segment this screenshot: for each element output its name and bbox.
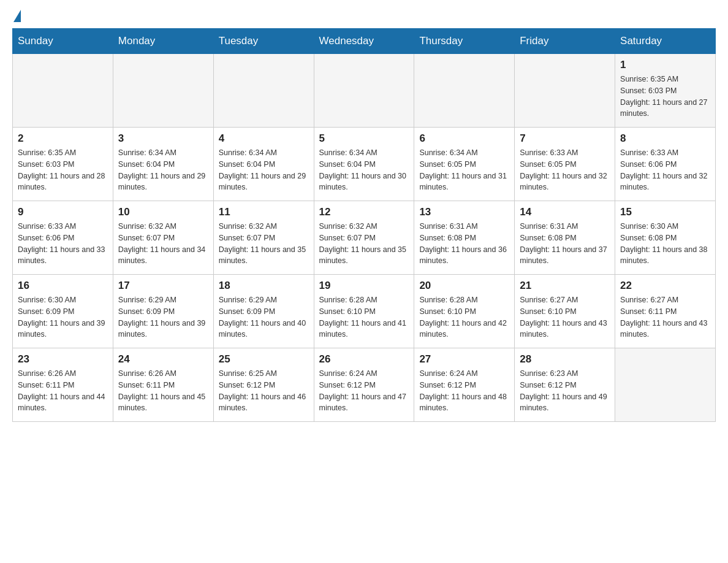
calendar-cell <box>414 54 515 128</box>
calendar-header-friday: Friday <box>515 29 615 54</box>
calendar-cell: 12Sunrise: 6:32 AMSunset: 6:07 PMDayligh… <box>314 201 414 275</box>
day-info: Sunrise: 6:33 AMSunset: 6:06 PMDaylight:… <box>18 221 108 267</box>
day-number: 16 <box>18 280 108 292</box>
calendar-cell: 22Sunrise: 6:27 AMSunset: 6:11 PMDayligh… <box>615 275 716 348</box>
day-number: 25 <box>219 353 309 366</box>
day-info: Sunrise: 6:34 AMSunset: 6:05 PMDaylight:… <box>419 147 509 193</box>
day-number: 3 <box>118 132 208 145</box>
calendar-cell: 26Sunrise: 6:24 AMSunset: 6:12 PMDayligh… <box>314 348 414 422</box>
logo-triangle-icon <box>13 10 21 22</box>
day-number: 19 <box>319 280 409 292</box>
day-number: 2 <box>18 132 108 145</box>
logo <box>12 12 21 22</box>
day-number: 20 <box>419 280 509 292</box>
day-info: Sunrise: 6:34 AMSunset: 6:04 PMDaylight:… <box>319 147 409 193</box>
day-info: Sunrise: 6:33 AMSunset: 6:06 PMDaylight:… <box>620 147 710 193</box>
day-info: Sunrise: 6:28 AMSunset: 6:10 PMDaylight:… <box>419 294 509 340</box>
day-number: 6 <box>419 132 509 145</box>
calendar-cell: 5Sunrise: 6:34 AMSunset: 6:04 PMDaylight… <box>314 128 414 201</box>
calendar-cell: 13Sunrise: 6:31 AMSunset: 6:08 PMDayligh… <box>414 201 515 275</box>
calendar-week-row: 9Sunrise: 6:33 AMSunset: 6:06 PMDaylight… <box>13 201 716 275</box>
day-info: Sunrise: 6:23 AMSunset: 6:12 PMDaylight:… <box>520 368 610 414</box>
day-info: Sunrise: 6:35 AMSunset: 6:03 PMDaylight:… <box>620 74 710 120</box>
calendar-cell: 3Sunrise: 6:34 AMSunset: 6:04 PMDaylight… <box>113 128 213 201</box>
day-info: Sunrise: 6:33 AMSunset: 6:05 PMDaylight:… <box>520 147 610 193</box>
calendar-cell <box>615 348 716 422</box>
calendar-cell <box>314 54 414 128</box>
calendar-cell: 20Sunrise: 6:28 AMSunset: 6:10 PMDayligh… <box>414 275 515 348</box>
day-info: Sunrise: 6:24 AMSunset: 6:12 PMDaylight:… <box>419 368 509 414</box>
day-info: Sunrise: 6:29 AMSunset: 6:09 PMDaylight:… <box>118 294 208 340</box>
day-number: 27 <box>419 353 509 366</box>
day-info: Sunrise: 6:27 AMSunset: 6:11 PMDaylight:… <box>620 294 710 340</box>
calendar-header-thursday: Thursday <box>414 29 515 54</box>
day-info: Sunrise: 6:27 AMSunset: 6:10 PMDaylight:… <box>520 294 610 340</box>
day-number: 1 <box>620 59 710 71</box>
day-info: Sunrise: 6:32 AMSunset: 6:07 PMDaylight:… <box>319 221 409 267</box>
day-number: 10 <box>118 206 208 218</box>
day-info: Sunrise: 6:34 AMSunset: 6:04 PMDaylight:… <box>118 147 208 193</box>
calendar-cell: 19Sunrise: 6:28 AMSunset: 6:10 PMDayligh… <box>314 275 414 348</box>
day-number: 12 <box>319 206 409 218</box>
calendar-cell: 15Sunrise: 6:30 AMSunset: 6:08 PMDayligh… <box>615 201 716 275</box>
calendar-cell: 7Sunrise: 6:33 AMSunset: 6:05 PMDaylight… <box>515 128 615 201</box>
calendar-cell: 14Sunrise: 6:31 AMSunset: 6:08 PMDayligh… <box>515 201 615 275</box>
calendar-cell <box>113 54 213 128</box>
day-info: Sunrise: 6:28 AMSunset: 6:10 PMDaylight:… <box>319 294 409 340</box>
day-info: Sunrise: 6:26 AMSunset: 6:11 PMDaylight:… <box>118 368 208 414</box>
calendar-cell: 16Sunrise: 6:30 AMSunset: 6:09 PMDayligh… <box>13 275 113 348</box>
calendar-header-row: SundayMondayTuesdayWednesdayThursdayFrid… <box>13 29 716 54</box>
day-number: 9 <box>18 206 108 218</box>
day-info: Sunrise: 6:31 AMSunset: 6:08 PMDaylight:… <box>520 221 610 267</box>
day-info: Sunrise: 6:34 AMSunset: 6:04 PMDaylight:… <box>219 147 309 193</box>
calendar-cell: 28Sunrise: 6:23 AMSunset: 6:12 PMDayligh… <box>515 348 615 422</box>
calendar-cell: 8Sunrise: 6:33 AMSunset: 6:06 PMDaylight… <box>615 128 716 201</box>
calendar-cell <box>515 54 615 128</box>
day-number: 26 <box>319 353 409 366</box>
calendar-cell <box>13 54 113 128</box>
day-number: 8 <box>620 132 710 145</box>
day-info: Sunrise: 6:25 AMSunset: 6:12 PMDaylight:… <box>219 368 309 414</box>
calendar-header-wednesday: Wednesday <box>314 29 414 54</box>
calendar-week-row: 2Sunrise: 6:35 AMSunset: 6:03 PMDaylight… <box>13 128 716 201</box>
day-number: 11 <box>219 206 309 218</box>
day-number: 7 <box>520 132 610 145</box>
page-header <box>12 12 716 22</box>
day-number: 15 <box>620 206 710 218</box>
calendar-table: SundayMondayTuesdayWednesdayThursdayFrid… <box>12 28 716 422</box>
calendar-cell: 2Sunrise: 6:35 AMSunset: 6:03 PMDaylight… <box>13 128 113 201</box>
calendar-cell: 9Sunrise: 6:33 AMSunset: 6:06 PMDaylight… <box>13 201 113 275</box>
day-info: Sunrise: 6:31 AMSunset: 6:08 PMDaylight:… <box>419 221 509 267</box>
day-number: 13 <box>419 206 509 218</box>
day-number: 24 <box>118 353 208 366</box>
calendar-week-row: 1Sunrise: 6:35 AMSunset: 6:03 PMDaylight… <box>13 54 716 128</box>
day-number: 28 <box>520 353 610 366</box>
day-number: 21 <box>520 280 610 292</box>
calendar-cell: 11Sunrise: 6:32 AMSunset: 6:07 PMDayligh… <box>213 201 314 275</box>
calendar-cell: 4Sunrise: 6:34 AMSunset: 6:04 PMDaylight… <box>213 128 314 201</box>
calendar-week-row: 23Sunrise: 6:26 AMSunset: 6:11 PMDayligh… <box>13 348 716 422</box>
calendar-cell: 6Sunrise: 6:34 AMSunset: 6:05 PMDaylight… <box>414 128 515 201</box>
day-info: Sunrise: 6:30 AMSunset: 6:09 PMDaylight:… <box>18 294 108 340</box>
calendar-cell: 27Sunrise: 6:24 AMSunset: 6:12 PMDayligh… <box>414 348 515 422</box>
day-info: Sunrise: 6:32 AMSunset: 6:07 PMDaylight:… <box>118 221 208 267</box>
calendar-header-saturday: Saturday <box>615 29 716 54</box>
calendar-cell: 18Sunrise: 6:29 AMSunset: 6:09 PMDayligh… <box>213 275 314 348</box>
day-number: 17 <box>118 280 208 292</box>
calendar-cell: 23Sunrise: 6:26 AMSunset: 6:11 PMDayligh… <box>13 348 113 422</box>
day-info: Sunrise: 6:26 AMSunset: 6:11 PMDaylight:… <box>18 368 108 414</box>
calendar-week-row: 16Sunrise: 6:30 AMSunset: 6:09 PMDayligh… <box>13 275 716 348</box>
calendar-cell: 10Sunrise: 6:32 AMSunset: 6:07 PMDayligh… <box>113 201 213 275</box>
day-info: Sunrise: 6:35 AMSunset: 6:03 PMDaylight:… <box>18 147 108 193</box>
day-number: 5 <box>319 132 409 145</box>
calendar-cell: 1Sunrise: 6:35 AMSunset: 6:03 PMDaylight… <box>615 54 716 128</box>
day-number: 4 <box>219 132 309 145</box>
calendar-header-monday: Monday <box>113 29 213 54</box>
day-number: 18 <box>219 280 309 292</box>
calendar-cell <box>213 54 314 128</box>
day-info: Sunrise: 6:29 AMSunset: 6:09 PMDaylight:… <box>219 294 309 340</box>
calendar-cell: 25Sunrise: 6:25 AMSunset: 6:12 PMDayligh… <box>213 348 314 422</box>
calendar-cell: 24Sunrise: 6:26 AMSunset: 6:11 PMDayligh… <box>113 348 213 422</box>
day-info: Sunrise: 6:32 AMSunset: 6:07 PMDaylight:… <box>219 221 309 267</box>
calendar-cell: 17Sunrise: 6:29 AMSunset: 6:09 PMDayligh… <box>113 275 213 348</box>
